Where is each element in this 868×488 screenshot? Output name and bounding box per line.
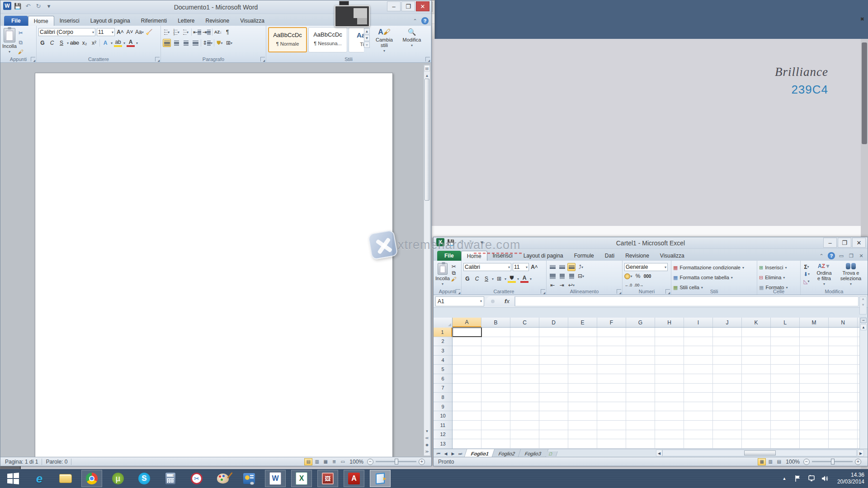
taskbar-clock[interactable]: 14.36 20/03/2014 (835, 472, 864, 485)
cell-C5[interactable] (510, 365, 539, 374)
minimize-ribbon-icon[interactable]: ⌃ (818, 252, 825, 259)
shading-icon[interactable]: ⛊▾ (216, 39, 224, 47)
cell-N7[interactable] (829, 384, 858, 393)
cell-D11[interactable] (539, 421, 568, 430)
cell-H8[interactable] (655, 393, 684, 402)
hscroll-right-icon[interactable]: ▶ (858, 450, 864, 456)
cell-M13[interactable] (800, 439, 829, 448)
cell-H4[interactable] (655, 356, 684, 365)
cell-A8[interactable] (453, 393, 481, 402)
cell-I7[interactable] (684, 384, 713, 393)
decrease-indent-icon[interactable]: ⇤ (193, 28, 201, 36)
taskbar-chrome[interactable] (81, 470, 102, 487)
cell-N9[interactable] (829, 402, 858, 411)
column-header-a[interactable]: A (453, 318, 481, 327)
zoom-track[interactable] (376, 461, 416, 462)
adobe-menubar-close-icon[interactable]: ✖ (860, 16, 864, 22)
format-painter-icon[interactable]: 🖌 (17, 48, 25, 56)
carattere-dialog-launcher[interactable] (541, 289, 545, 294)
draft-view-icon[interactable]: ▭ (339, 458, 347, 465)
cell-E5[interactable] (568, 365, 597, 374)
cell-D2[interactable] (539, 337, 568, 346)
text-effects-icon[interactable]: A (101, 39, 109, 47)
cell-F7[interactable] (597, 384, 626, 393)
cell-F3[interactable] (597, 346, 626, 355)
cell-M3[interactable] (800, 346, 829, 355)
cell-A13[interactable] (453, 439, 481, 448)
column-header-j[interactable]: J (713, 318, 742, 327)
cell-J1[interactable] (713, 328, 742, 337)
scroll-up-icon[interactable]: ▲ (424, 72, 430, 79)
cell-L10[interactable] (771, 411, 800, 420)
insert-cells-button[interactable]: ⊞Inserisci▾ (759, 263, 798, 272)
cell-D3[interactable] (539, 346, 568, 355)
column-header-b[interactable]: B (481, 318, 510, 327)
decrease-indent-icon[interactable]: ⇤ (548, 281, 557, 289)
percent-style-icon[interactable]: % (634, 272, 642, 280)
cell-K11[interactable] (742, 421, 771, 430)
cell-M5[interactable] (800, 365, 829, 374)
row-header-11[interactable]: 11 (434, 421, 452, 430)
excel-titlebar[interactable]: X 💾 ↶ ↻ ▾ Cartel1 - Microsoft Excel – ❐ … (434, 237, 868, 249)
cell-N12[interactable] (829, 430, 858, 439)
cell-N8[interactable] (829, 393, 858, 402)
ruler-toggle-icon[interactable]: ▤ (424, 65, 430, 71)
cell-F10[interactable] (597, 411, 626, 420)
cell-C8[interactable] (510, 393, 539, 402)
cell-M4[interactable] (800, 356, 829, 365)
formula-bar-expand-icon[interactable]: ˄˅ (859, 296, 867, 314)
volume-icon[interactable] (821, 474, 829, 483)
cell-I1[interactable] (684, 328, 713, 337)
cell-L4[interactable] (771, 356, 800, 365)
word-tab-layout-di-pagina[interactable]: Layout di pagina (85, 16, 136, 26)
cell-F5[interactable] (597, 365, 626, 374)
line-spacing-icon[interactable]: ⇕▾ (203, 39, 212, 47)
next-page-icon[interactable]: ≫ (424, 448, 430, 455)
excel-tab-visualizza[interactable]: Visualizza (655, 251, 690, 261)
highlight-icon[interactable]: ab (114, 39, 122, 47)
top-align-icon[interactable] (548, 263, 557, 271)
row-header-7[interactable]: 7 (434, 384, 452, 393)
taskbar-adobe-reader[interactable]: A (344, 470, 364, 487)
sort-filter-button[interactable]: AZ▼ Ordina e filtra▾ (812, 262, 836, 286)
cell-I6[interactable] (684, 374, 713, 383)
column-header-l[interactable]: L (771, 318, 800, 327)
workbook-close-icon[interactable]: ✕ (858, 252, 865, 259)
borders-icon[interactable]: ⊞ (495, 275, 503, 283)
cell-E8[interactable] (568, 393, 597, 402)
cell-F9[interactable] (597, 402, 626, 411)
cell-E10[interactable] (568, 411, 597, 420)
cell-I2[interactable] (684, 337, 713, 346)
cell-I8[interactable] (684, 393, 713, 402)
taskbar-skype[interactable]: S (134, 470, 155, 487)
word-word-count[interactable]: Parole: 0 (46, 459, 67, 465)
column-header-c[interactable]: C (510, 318, 539, 327)
taskbar-screen-capture[interactable]: ➤ (370, 470, 391, 487)
cell-I13[interactable] (684, 439, 713, 448)
column-header-d[interactable]: D (539, 318, 568, 327)
cell-A1[interactable] (453, 328, 481, 337)
change-case-icon[interactable]: Aa▾ (135, 28, 144, 36)
cell-D10[interactable] (539, 411, 568, 420)
align-center-icon[interactable] (172, 39, 180, 47)
cell-D13[interactable] (539, 439, 568, 448)
insert-worksheet-icon[interactable]: 🗋 (544, 451, 558, 456)
cell-F8[interactable] (597, 393, 626, 402)
row-header-8[interactable]: 8 (434, 393, 452, 402)
cell-J4[interactable] (713, 356, 742, 365)
cell-I9[interactable] (684, 402, 713, 411)
paste-button[interactable]: Incolla▾ (2, 27, 17, 56)
adobe-scroll-thumb[interactable] (862, 42, 867, 144)
cell-J12[interactable] (713, 430, 742, 439)
cell-A6[interactable] (453, 374, 481, 383)
accounting-format-icon[interactable]: ▾ (624, 272, 632, 280)
cell-C4[interactable] (510, 356, 539, 365)
cell-C1[interactable] (510, 328, 539, 337)
split-handle[interactable]: ═ (860, 318, 867, 323)
excel-help-icon[interactable]: ? (828, 252, 835, 259)
cell-B6[interactable] (481, 374, 510, 383)
insert-function-icon[interactable]: fx (505, 298, 509, 305)
cell-M9[interactable] (800, 402, 829, 411)
cell-A5[interactable] (453, 365, 481, 374)
cell-N10[interactable] (829, 411, 858, 420)
